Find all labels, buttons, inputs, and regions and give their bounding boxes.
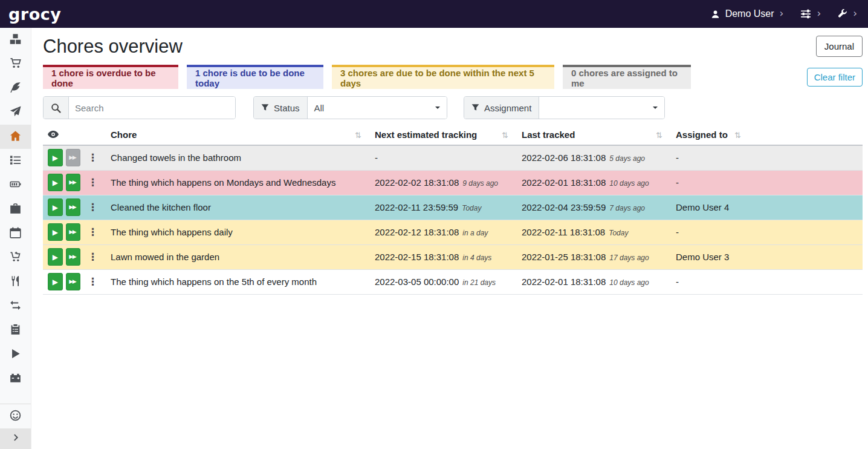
sidebar-item-cart-plus[interactable] <box>0 246 31 270</box>
last-relative: 10 days ago <box>609 278 649 287</box>
assigned-to-cell: Demo User 4 <box>671 195 750 220</box>
filters-row: Status All Assignment <box>43 96 863 119</box>
status-card-label: 1 chore is overdue to be done <box>51 68 170 88</box>
last-tracked-cell: 2022-02-06 18:31:085 days ago <box>517 145 671 170</box>
skip-chore-button[interactable] <box>66 248 81 266</box>
chore-name: The thing which happens on Mondays and W… <box>106 170 370 195</box>
column-visibility-header[interactable] <box>43 125 106 145</box>
chevron-right-icon <box>817 8 821 19</box>
assignment-select[interactable] <box>539 97 664 119</box>
clipboard-list-icon <box>10 324 21 338</box>
user-icon <box>711 10 720 19</box>
chore-name: The thing which happens on the 5th of ev… <box>106 269 370 294</box>
next-date: 2022-02-15 18:31:08 <box>375 252 459 262</box>
last-relative: Today <box>609 229 628 237</box>
status-card-overdue[interactable]: 1 chore is overdue to be done <box>43 65 178 89</box>
settings-menu[interactable] <box>800 8 821 19</box>
sidebar-item-exchange[interactable] <box>0 294 31 318</box>
sidebar-item-boxes[interactable] <box>0 28 31 52</box>
main-content: Chores overview Journal 1 chore is overd… <box>31 28 868 449</box>
next-date: - <box>375 152 378 163</box>
chores-table: Chore Next estimated tracking Last track… <box>43 125 863 295</box>
user-menu[interactable]: Demo User <box>711 8 784 19</box>
table-row: Lawn mowed in the garden 2022-02-15 18:3… <box>43 244 863 269</box>
skip-chore-button[interactable] <box>66 174 81 191</box>
next-date: 2022-02-11 23:59:59 <box>375 202 458 212</box>
last-relative: 17 days ago <box>609 254 649 262</box>
sidebar-item-chores[interactable] <box>0 125 31 149</box>
paper-plane-icon <box>10 106 21 120</box>
status-select[interactable]: All <box>308 97 447 119</box>
assigned-to-cell: - <box>671 269 750 294</box>
row-menu-button[interactable] <box>85 277 101 287</box>
sidebar-item-calendar[interactable] <box>0 221 31 246</box>
next-date: 2022-02-02 18:31:08 <box>375 177 459 188</box>
sidebar-item-feather[interactable] <box>0 76 31 100</box>
last-relative: 10 days ago <box>609 179 649 188</box>
row-menu-button[interactable] <box>85 177 101 188</box>
assignment-filter-label: Assignment <box>464 97 539 119</box>
sidebar-item-clipboard[interactable] <box>0 318 31 342</box>
sidebar-bottom-section <box>0 404 31 428</box>
track-chore-button[interactable] <box>48 223 63 241</box>
last-tracked-cell: 2022-02-01 18:31:0810 days ago <box>517 170 671 195</box>
sidebar-item-car-battery[interactable] <box>0 367 31 391</box>
track-chore-button[interactable] <box>48 273 63 290</box>
column-header-chore[interactable]: Chore <box>106 125 370 145</box>
next-tracking-cell: 2022-02-12 18:31:08in a day <box>370 220 517 244</box>
sort-icon <box>734 129 741 140</box>
track-chore-button[interactable] <box>48 248 63 266</box>
sidebar-item-play[interactable] <box>0 342 31 367</box>
status-card-assigned-to-me[interactable]: 0 chores are assigned to me <box>563 65 691 89</box>
assigned-to-cell: - <box>671 170 750 195</box>
exchange-arrows-icon <box>10 300 21 313</box>
column-header-next-tracking[interactable]: Next estimated tracking <box>370 125 517 145</box>
last-tracked-cell: 2022-01-25 18:31:0817 days ago <box>517 244 671 269</box>
next-tracking-cell: 2022-02-11 23:59:59Today <box>370 195 517 220</box>
last-date: 2022-02-11 18:31:08 <box>522 227 605 237</box>
search-group <box>43 96 236 119</box>
next-tracking-cell: 2022-02-02 18:31:089 days ago <box>370 170 517 195</box>
search-icon <box>44 97 69 119</box>
track-chore-button[interactable] <box>48 198 63 216</box>
eye-icon <box>48 129 59 140</box>
wrench-icon <box>838 9 847 19</box>
boxes-icon <box>10 33 21 47</box>
row-menu-button[interactable] <box>85 227 101 237</box>
search-input[interactable] <box>69 97 235 119</box>
status-card-due-today[interactable]: 1 chore is due to be done today <box>187 65 323 89</box>
column-header-assigned-to[interactable]: Assigned to <box>671 125 750 145</box>
clear-filter-button[interactable]: Clear filter <box>807 68 863 87</box>
app-logo[interactable]: grocy <box>8 5 61 24</box>
chevron-right-icon <box>853 8 857 19</box>
chore-name: The thing which happens daily <box>106 220 370 244</box>
skip-chore-button[interactable] <box>66 198 81 216</box>
admin-menu[interactable] <box>838 8 857 19</box>
user-name: Demo User <box>725 8 774 19</box>
table-row: The thing which happens on Mondays and W… <box>43 170 863 195</box>
sidebar-item-utensils[interactable] <box>0 270 31 294</box>
track-chore-button[interactable] <box>48 174 63 191</box>
track-chore-button[interactable] <box>48 149 63 166</box>
sidebar-item-checklist[interactable] <box>0 149 31 173</box>
status-card-label: 1 chore is due to be done today <box>195 68 315 88</box>
row-menu-button[interactable] <box>85 152 101 163</box>
sidebar-expand-button[interactable] <box>0 428 31 449</box>
status-card-due-soon[interactable]: 3 chores are due to be done within the n… <box>332 65 554 89</box>
table-header-row: Chore Next estimated tracking Last track… <box>43 125 863 145</box>
journal-button[interactable]: Journal <box>816 36 863 57</box>
column-header-filler <box>750 125 863 145</box>
column-header-last-tracked[interactable]: Last tracked <box>517 125 671 145</box>
sidebar-item-battery[interactable] <box>0 173 31 197</box>
row-menu-button[interactable] <box>85 252 101 262</box>
assigned-to-cell: - <box>671 220 750 244</box>
sidebar-item-shopping-cart[interactable] <box>0 52 31 76</box>
sidebar-item-paper-plane[interactable] <box>0 100 31 125</box>
smiley-icon <box>10 410 21 424</box>
sidebar-item-smiley[interactable] <box>0 404 31 428</box>
next-tracking-cell: 2022-03-05 00:00:00in 21 days <box>370 269 517 294</box>
sidebar-item-toolbox[interactable] <box>0 197 31 221</box>
row-menu-button[interactable] <box>85 202 101 212</box>
skip-chore-button[interactable] <box>66 273 81 290</box>
skip-chore-button[interactable] <box>66 223 81 241</box>
